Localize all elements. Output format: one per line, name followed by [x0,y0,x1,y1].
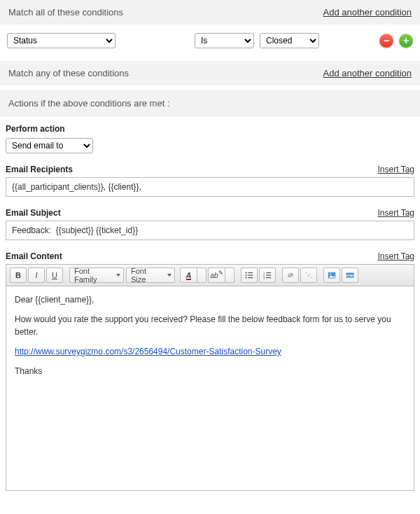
font-size-label: Font Size [131,267,162,284]
subject-input[interactable] [6,221,414,240]
add-condition-link[interactable]: Add another condition [323,7,412,18]
highlight-button[interactable]: ab✎ [208,268,225,283]
editor-body[interactable]: Dear {{client_name}}, How would you rate… [6,286,414,491]
bold-button[interactable]: B [10,268,27,283]
add-condition-link-any[interactable]: Add another condition [323,68,412,78]
unlink-button[interactable] [300,268,317,283]
subject-insert-tag[interactable]: Insert Tag [378,208,414,218]
condition-field-select[interactable]: Status [7,33,115,48]
font-family-label: Font Family [74,267,111,284]
match-any-title: Match any of these conditions [8,68,129,78]
content-block: Email Content Insert Tag B I U Font Fami… [0,244,420,501]
svg-point-13 [330,273,331,275]
add-condition-button[interactable] [399,34,413,48]
font-color-button[interactable]: A [180,268,197,283]
underline-button[interactable]: U [46,268,63,283]
font-size-select[interactable]: Font Size [126,268,175,283]
number-list-button[interactable]: 123 [259,268,276,283]
image-button[interactable] [323,268,340,283]
perform-action-block: Perform action Send email to [0,117,420,158]
svg-rect-7 [266,272,271,273]
content-label: Email Content [6,251,62,261]
email-line1: How would you rate the support you recei… [15,313,405,338]
match-all-title: Match all of these conditions [8,7,123,18]
recipients-block: Email Recipients Insert Tag [0,158,420,201]
recipients-input[interactable] [6,177,414,197]
perform-action-select[interactable]: Send email to [6,138,93,153]
svg-text:HTML: HTML [346,274,354,277]
svg-point-4 [246,277,247,278]
bullet-list-button[interactable] [241,268,258,283]
highlight-caret[interactable] [225,268,234,283]
font-family-select[interactable]: Font Family [69,268,124,283]
subject-block: Email Subject Insert Tag [0,201,420,244]
svg-rect-11 [266,277,271,278]
match-any-header: Match any of these conditions Add anothe… [0,61,420,85]
svg-rect-3 [248,275,253,275]
condition-operator-select[interactable]: Is [195,33,254,48]
svg-text:3: 3 [263,276,265,279]
link-button[interactable] [282,268,299,283]
svg-rect-9 [266,275,271,275]
condition-row: Status Is Closed [0,25,420,61]
editor-toolbar: B I U Font Family Font Size A ab✎ 123 [6,264,414,286]
svg-rect-1 [248,272,253,273]
condition-value-select[interactable]: Closed [260,33,319,48]
actions-header: Actions if the above conditions are met … [0,90,420,117]
match-all-header: Match all of these conditions Add anothe… [0,0,420,25]
svg-rect-5 [248,277,253,278]
remove-condition-button[interactable] [379,34,393,48]
svg-point-2 [246,275,247,276]
email-thanks: Thanks [15,365,405,377]
content-insert-tag[interactable]: Insert Tag [378,251,414,261]
email-greeting: Dear {{client_name}}, [15,293,405,306]
subject-label: Email Subject [6,208,61,218]
svg-point-0 [246,272,247,273]
italic-button[interactable]: I [28,268,45,283]
perform-action-label: Perform action [6,124,414,134]
survey-link[interactable]: http://www.surveygizmo.com/s3/2656494/Cu… [15,347,281,356]
recipients-label: Email Recipients [6,165,73,174]
font-color-caret[interactable] [197,268,206,283]
recipients-insert-tag[interactable]: Insert Tag [378,165,414,174]
html-button[interactable]: HTML [342,268,358,283]
